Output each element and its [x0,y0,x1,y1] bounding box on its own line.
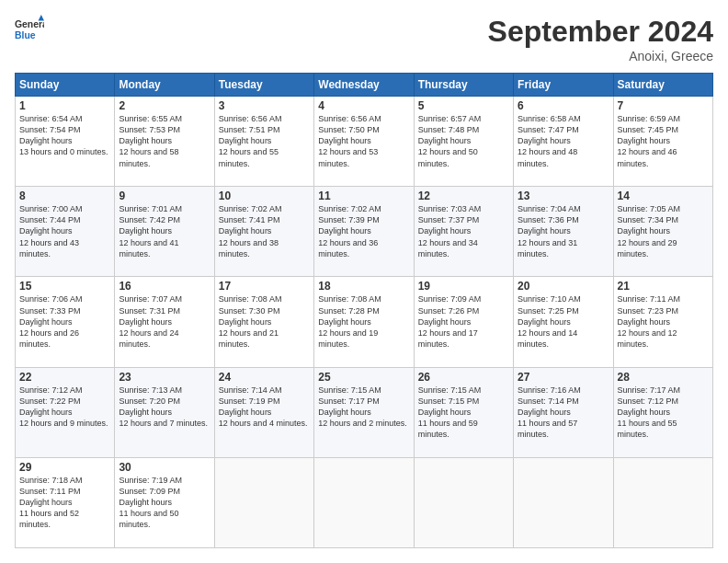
week-row-5: 29 Sunrise: 7:18 AM Sunset: 7:11 PM Dayl… [16,457,713,547]
col-sunday: Sunday [16,74,115,97]
day-number: 17 [219,280,310,293]
table-cell: 10 Sunrise: 7:02 AM Sunset: 7:41 PM Dayl… [214,187,313,277]
table-cell [414,457,513,547]
day-info: Sunrise: 7:10 AM Sunset: 7:25 PM Dayligh… [518,293,609,350]
day-info: Sunrise: 7:03 AM Sunset: 7:37 PM Dayligh… [418,203,509,259]
week-row-3: 15 Sunrise: 7:06 AM Sunset: 7:33 PM Dayl… [16,277,713,367]
svg-marker-2 [39,15,44,20]
day-number: 14 [618,190,709,202]
day-info: Sunrise: 7:01 AM Sunset: 7:42 PM Dayligh… [119,203,210,259]
day-number: 4 [318,99,409,112]
day-info: Sunrise: 7:15 AM Sunset: 7:15 PM Dayligh… [418,385,509,441]
table-cell: 8 Sunrise: 7:00 AM Sunset: 7:44 PM Dayli… [16,187,115,277]
table-cell: 30 Sunrise: 7:19 AM Sunset: 7:09 PM Dayl… [115,457,214,547]
page: General Blue September 2024 Anoixi, Gree… [0,0,728,563]
location-subtitle: Anoixi, Greece [488,49,713,63]
day-number: 5 [418,99,509,112]
table-cell: 16 Sunrise: 7:07 AM Sunset: 7:31 PM Dayl… [115,277,214,367]
day-info: Sunrise: 6:54 AM Sunset: 7:54 PM Dayligh… [19,113,110,158]
table-cell: 11 Sunrise: 7:02 AM Sunset: 7:39 PM Dayl… [314,187,414,277]
day-info: Sunrise: 7:06 AM Sunset: 7:33 PM Dayligh… [19,293,110,350]
day-number: 11 [318,190,409,202]
table-cell: 12 Sunrise: 7:03 AM Sunset: 7:37 PM Dayl… [414,187,513,277]
table-cell: 4 Sunrise: 6:56 AM Sunset: 7:50 PM Dayli… [314,97,414,187]
day-number: 9 [119,190,210,202]
col-monday: Monday [115,74,214,97]
month-title: September 2024 [488,15,713,49]
day-number: 29 [19,461,110,474]
day-info: Sunrise: 7:09 AM Sunset: 7:26 PM Dayligh… [418,293,509,350]
col-wednesday: Wednesday [314,74,414,97]
day-info: Sunrise: 7:12 AM Sunset: 7:22 PM Dayligh… [19,385,110,430]
day-info: Sunrise: 7:08 AM Sunset: 7:30 PM Dayligh… [219,293,310,350]
table-cell: 24 Sunrise: 7:14 AM Sunset: 7:19 PM Dayl… [214,367,313,457]
table-cell [514,457,613,547]
day-number: 20 [518,280,609,293]
calendar-header-row: Sunday Monday Tuesday Wednesday Thursday… [16,74,713,97]
day-number: 23 [119,371,210,384]
day-info: Sunrise: 6:59 AM Sunset: 7:45 PM Dayligh… [618,113,709,169]
day-info: Sunrise: 7:02 AM Sunset: 7:41 PM Dayligh… [219,203,310,259]
table-cell: 14 Sunrise: 7:05 AM Sunset: 7:34 PM Dayl… [613,187,712,277]
day-info: Sunrise: 7:04 AM Sunset: 7:36 PM Dayligh… [518,203,609,259]
day-number: 3 [219,99,310,112]
col-tuesday: Tuesday [214,74,313,97]
day-number: 28 [618,371,709,384]
table-cell: 17 Sunrise: 7:08 AM Sunset: 7:30 PM Dayl… [214,277,313,367]
day-info: Sunrise: 7:16 AM Sunset: 7:14 PM Dayligh… [518,385,609,441]
day-info: Sunrise: 7:05 AM Sunset: 7:34 PM Dayligh… [618,203,709,259]
table-cell: 20 Sunrise: 7:10 AM Sunset: 7:25 PM Dayl… [514,277,613,367]
table-cell: 5 Sunrise: 6:57 AM Sunset: 7:48 PM Dayli… [414,97,513,187]
week-row-2: 8 Sunrise: 7:00 AM Sunset: 7:44 PM Dayli… [16,187,713,277]
col-friday: Friday [514,74,613,97]
day-info: Sunrise: 7:08 AM Sunset: 7:28 PM Dayligh… [318,293,409,350]
table-cell: 27 Sunrise: 7:16 AM Sunset: 7:14 PM Dayl… [514,367,613,457]
day-number: 13 [518,190,609,202]
table-cell: 18 Sunrise: 7:08 AM Sunset: 7:28 PM Dayl… [314,277,414,367]
table-cell: 21 Sunrise: 7:11 AM Sunset: 7:23 PM Dayl… [613,277,712,367]
day-info: Sunrise: 7:13 AM Sunset: 7:20 PM Dayligh… [119,385,210,430]
day-number: 1 [19,99,110,112]
day-info: Sunrise: 7:14 AM Sunset: 7:19 PM Dayligh… [219,385,310,430]
day-info: Sunrise: 6:55 AM Sunset: 7:53 PM Dayligh… [119,113,210,169]
table-cell: 26 Sunrise: 7:15 AM Sunset: 7:15 PM Dayl… [414,367,513,457]
table-cell: 6 Sunrise: 6:58 AM Sunset: 7:47 PM Dayli… [514,97,613,187]
table-cell: 23 Sunrise: 7:13 AM Sunset: 7:20 PM Dayl… [115,367,214,457]
table-cell [613,457,712,547]
table-cell [314,457,414,547]
title-block: September 2024 Anoixi, Greece [488,15,713,63]
day-info: Sunrise: 7:07 AM Sunset: 7:31 PM Dayligh… [119,293,210,350]
logo: General Blue [15,15,44,44]
table-cell: 15 Sunrise: 7:06 AM Sunset: 7:33 PM Dayl… [16,277,115,367]
table-cell: 3 Sunrise: 6:56 AM Sunset: 7:51 PM Dayli… [214,97,313,187]
logo-icon: General Blue [15,15,44,44]
day-info: Sunrise: 7:17 AM Sunset: 7:12 PM Dayligh… [618,385,709,441]
day-number: 12 [418,190,509,202]
day-number: 10 [219,190,310,202]
day-info: Sunrise: 7:02 AM Sunset: 7:39 PM Dayligh… [318,203,409,259]
day-number: 26 [418,371,509,384]
day-number: 16 [119,280,210,293]
table-cell: 2 Sunrise: 6:55 AM Sunset: 7:53 PM Dayli… [115,97,214,187]
day-info: Sunrise: 7:15 AM Sunset: 7:17 PM Dayligh… [318,385,409,430]
day-number: 15 [19,280,110,293]
table-cell: 22 Sunrise: 7:12 AM Sunset: 7:22 PM Dayl… [16,367,115,457]
day-info: Sunrise: 7:18 AM Sunset: 7:11 PM Dayligh… [19,475,110,531]
day-number: 21 [618,280,709,293]
day-info: Sunrise: 6:56 AM Sunset: 7:51 PM Dayligh… [219,113,310,169]
day-number: 22 [19,371,110,384]
table-cell: 25 Sunrise: 7:15 AM Sunset: 7:17 PM Dayl… [314,367,414,457]
day-info: Sunrise: 6:56 AM Sunset: 7:50 PM Dayligh… [318,113,409,169]
col-thursday: Thursday [414,74,513,97]
col-saturday: Saturday [613,74,712,97]
day-info: Sunrise: 6:57 AM Sunset: 7:48 PM Dayligh… [418,113,509,169]
day-number: 18 [318,280,409,293]
day-info: Sunrise: 7:00 AM Sunset: 7:44 PM Dayligh… [19,203,110,259]
day-number: 19 [418,280,509,293]
table-cell: 13 Sunrise: 7:04 AM Sunset: 7:36 PM Dayl… [514,187,613,277]
table-cell: 7 Sunrise: 6:59 AM Sunset: 7:45 PM Dayli… [613,97,712,187]
day-number: 7 [618,99,709,112]
day-number: 24 [219,371,310,384]
table-cell: 29 Sunrise: 7:18 AM Sunset: 7:11 PM Dayl… [16,457,115,547]
day-info: Sunrise: 7:19 AM Sunset: 7:09 PM Dayligh… [119,475,210,531]
